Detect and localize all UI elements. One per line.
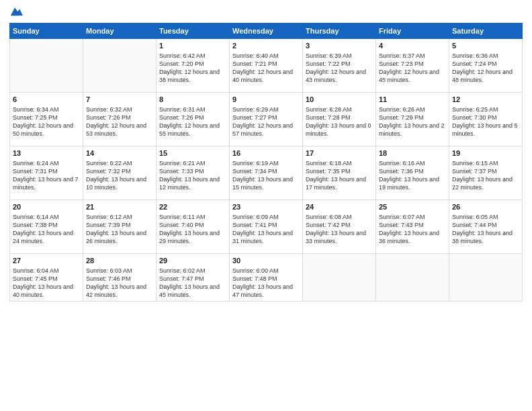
day-info: Sunrise: 6:31 AMSunset: 7:26 PMDaylight:… — [159, 105, 226, 138]
day-info: Sunrise: 6:34 AMSunset: 7:25 PMDaylight:… — [13, 105, 80, 138]
day-number: 30 — [232, 256, 300, 266]
day-number: 26 — [452, 202, 519, 212]
day-info: Sunrise: 6:03 AMSunset: 7:46 PMDaylight:… — [86, 267, 153, 300]
day-number: 6 — [13, 95, 80, 105]
day-info: Sunrise: 6:26 AMSunset: 7:29 PMDaylight:… — [379, 105, 446, 138]
calendar-cell: 24Sunrise: 6:08 AMSunset: 7:42 PMDayligh… — [303, 200, 376, 254]
calendar-cell: 6Sunrise: 6:34 AMSunset: 7:25 PMDaylight… — [10, 93, 83, 146]
day-info: Sunrise: 6:05 AMSunset: 7:44 PMDaylight:… — [452, 213, 519, 246]
calendar-cell: 29Sunrise: 6:02 AMSunset: 7:47 PMDayligh… — [157, 254, 230, 302]
calendar-cell: 11Sunrise: 6:26 AMSunset: 7:29 PMDayligh… — [376, 93, 449, 146]
calendar-cell — [10, 39, 83, 93]
day-number: 7 — [86, 95, 153, 105]
calendar-cell: 2Sunrise: 6:40 AMSunset: 7:21 PMDaylight… — [230, 39, 303, 93]
calendar-cell: 30Sunrise: 6:00 AMSunset: 7:48 PMDayligh… — [230, 254, 303, 302]
calendar-cell: 21Sunrise: 6:12 AMSunset: 7:39 PMDayligh… — [83, 200, 157, 254]
day-number: 4 — [379, 41, 446, 51]
day-info: Sunrise: 6:39 AMSunset: 7:22 PMDaylight:… — [306, 52, 373, 85]
day-number: 17 — [306, 148, 373, 158]
day-info: Sunrise: 6:40 AMSunset: 7:21 PMDaylight:… — [232, 52, 300, 85]
day-number: 29 — [159, 256, 226, 266]
calendar-cell: 19Sunrise: 6:15 AMSunset: 7:37 PMDayligh… — [449, 146, 523, 200]
calendar-cell: 25Sunrise: 6:07 AMSunset: 7:43 PMDayligh… — [376, 200, 449, 254]
day-number: 18 — [379, 148, 446, 158]
calendar-cell: 7Sunrise: 6:32 AMSunset: 7:26 PMDaylight… — [83, 93, 157, 146]
day-number: 13 — [13, 148, 80, 158]
day-number: 10 — [306, 95, 373, 105]
day-number: 14 — [86, 148, 153, 158]
weekday-header-row: SundayMondayTuesdayWednesdayThursdayFrid… — [10, 24, 523, 39]
day-number: 24 — [306, 202, 373, 212]
calendar-cell: 5Sunrise: 6:36 AMSunset: 7:24 PMDaylight… — [449, 39, 523, 93]
day-info: Sunrise: 6:15 AMSunset: 7:37 PMDaylight:… — [452, 159, 519, 192]
calendar-cell: 18Sunrise: 6:16 AMSunset: 7:36 PMDayligh… — [376, 146, 449, 200]
weekday-header-wednesday: Wednesday — [230, 24, 303, 39]
day-number: 28 — [86, 256, 153, 266]
day-info: Sunrise: 6:25 AMSunset: 7:30 PMDaylight:… — [452, 105, 519, 138]
calendar-cell: 20Sunrise: 6:14 AMSunset: 7:38 PMDayligh… — [10, 200, 83, 254]
day-number: 22 — [159, 202, 226, 212]
day-number: 15 — [159, 148, 226, 158]
day-info: Sunrise: 6:18 AMSunset: 7:35 PMDaylight:… — [306, 159, 373, 192]
calendar-cell: 1Sunrise: 6:42 AMSunset: 7:20 PMDaylight… — [157, 39, 230, 93]
calendar-cell: 22Sunrise: 6:11 AMSunset: 7:40 PMDayligh… — [157, 200, 230, 254]
day-info: Sunrise: 6:36 AMSunset: 7:24 PMDaylight:… — [452, 52, 519, 85]
calendar-cell — [83, 39, 157, 93]
calendar-cell: 10Sunrise: 6:28 AMSunset: 7:28 PMDayligh… — [303, 93, 376, 146]
day-info: Sunrise: 6:14 AMSunset: 7:38 PMDaylight:… — [13, 213, 80, 246]
weekday-header-friday: Friday — [376, 24, 449, 39]
day-info: Sunrise: 6:02 AMSunset: 7:47 PMDaylight:… — [159, 267, 226, 300]
day-number: 5 — [452, 41, 519, 51]
day-info: Sunrise: 6:12 AMSunset: 7:39 PMDaylight:… — [86, 213, 153, 246]
weekday-header-sunday: Sunday — [10, 24, 83, 39]
day-info: Sunrise: 6:16 AMSunset: 7:36 PMDaylight:… — [379, 159, 446, 192]
calendar-cell: 17Sunrise: 6:18 AMSunset: 7:35 PMDayligh… — [303, 146, 376, 200]
calendar-cell: 23Sunrise: 6:09 AMSunset: 7:41 PMDayligh… — [230, 200, 303, 254]
day-number: 16 — [232, 148, 300, 158]
calendar-cell: 26Sunrise: 6:05 AMSunset: 7:44 PMDayligh… — [449, 200, 523, 254]
day-number: 12 — [452, 95, 519, 105]
day-number: 2 — [232, 41, 300, 51]
page: SundayMondayTuesdayWednesdayThursdayFrid… — [0, 0, 532, 411]
day-info: Sunrise: 6:00 AMSunset: 7:48 PMDaylight:… — [232, 267, 300, 300]
day-info: Sunrise: 6:37 AMSunset: 7:23 PMDaylight:… — [379, 52, 446, 85]
day-info: Sunrise: 6:24 AMSunset: 7:31 PMDaylight:… — [13, 159, 80, 192]
day-info: Sunrise: 6:11 AMSunset: 7:40 PMDaylight:… — [159, 213, 226, 246]
day-number: 9 — [232, 95, 300, 105]
day-info: Sunrise: 6:22 AMSunset: 7:32 PMDaylight:… — [86, 159, 153, 192]
weekday-header-monday: Monday — [83, 24, 157, 39]
day-info: Sunrise: 6:07 AMSunset: 7:43 PMDaylight:… — [379, 213, 446, 246]
calendar-cell: 14Sunrise: 6:22 AMSunset: 7:32 PMDayligh… — [83, 146, 157, 200]
calendar-cell: 8Sunrise: 6:31 AMSunset: 7:26 PMDaylight… — [157, 93, 230, 146]
day-info: Sunrise: 6:19 AMSunset: 7:34 PMDaylight:… — [232, 159, 300, 192]
calendar-cell: 12Sunrise: 6:25 AMSunset: 7:30 PMDayligh… — [449, 93, 523, 146]
calendar-cell: 28Sunrise: 6:03 AMSunset: 7:46 PMDayligh… — [83, 254, 157, 302]
calendar-cell: 16Sunrise: 6:19 AMSunset: 7:34 PMDayligh… — [230, 146, 303, 200]
calendar-cell: 13Sunrise: 6:24 AMSunset: 7:31 PMDayligh… — [10, 146, 83, 200]
calendar-cell — [376, 254, 449, 302]
day-number: 23 — [232, 202, 300, 212]
calendar-cell — [303, 254, 376, 302]
calendar-cell: 15Sunrise: 6:21 AMSunset: 7:33 PMDayligh… — [157, 146, 230, 200]
day-info: Sunrise: 6:28 AMSunset: 7:28 PMDaylight:… — [306, 105, 373, 138]
weekday-header-thursday: Thursday — [303, 24, 376, 39]
day-info: Sunrise: 6:29 AMSunset: 7:27 PMDaylight:… — [232, 105, 300, 138]
calendar-cell — [449, 254, 523, 302]
day-number: 8 — [159, 95, 226, 105]
day-number: 20 — [13, 202, 80, 212]
weekday-header-tuesday: Tuesday — [157, 24, 230, 39]
day-info: Sunrise: 6:42 AMSunset: 7:20 PMDaylight:… — [159, 52, 226, 85]
day-info: Sunrise: 6:21 AMSunset: 7:33 PMDaylight:… — [159, 159, 226, 192]
day-number: 19 — [452, 148, 519, 158]
calendar: SundayMondayTuesdayWednesdayThursdayFrid… — [9, 23, 523, 302]
day-info: Sunrise: 6:09 AMSunset: 7:41 PMDaylight:… — [232, 213, 300, 246]
day-info: Sunrise: 6:08 AMSunset: 7:42 PMDaylight:… — [306, 213, 373, 246]
calendar-cell: 4Sunrise: 6:37 AMSunset: 7:23 PMDaylight… — [376, 39, 449, 93]
day-info: Sunrise: 6:32 AMSunset: 7:26 PMDaylight:… — [86, 105, 153, 138]
header — [9, 7, 523, 19]
day-number: 25 — [379, 202, 446, 212]
calendar-cell: 3Sunrise: 6:39 AMSunset: 7:22 PMDaylight… — [303, 39, 376, 93]
weekday-header-saturday: Saturday — [449, 24, 523, 39]
day-number: 11 — [379, 95, 446, 105]
day-number: 1 — [159, 41, 226, 51]
